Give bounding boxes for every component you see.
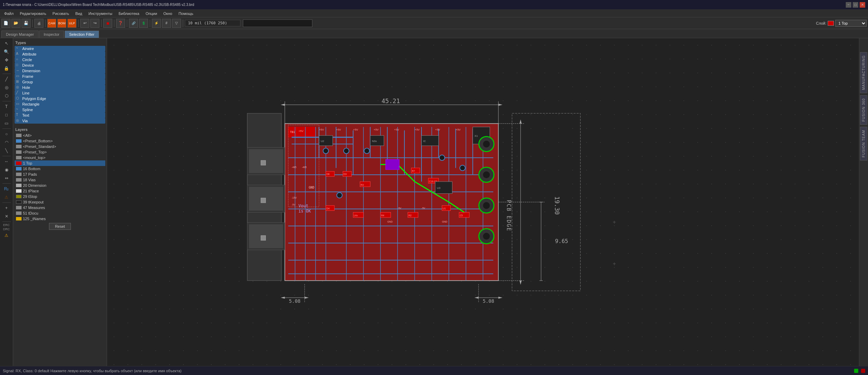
layer-17pads[interactable]: 17 Pads [15, 172, 105, 177]
svg-point-96 [364, 148, 370, 154]
type-spline[interactable]: ~ Spline [15, 107, 105, 112]
arc-tool[interactable]: ◠ [2, 139, 11, 146]
type-rectangle[interactable]: ▭ Rectangle [15, 101, 105, 107]
svg-text:GND: GND [309, 186, 314, 189]
select-tool[interactable]: ↖ [2, 40, 11, 47]
circle-draw-tool[interactable]: ○ [2, 130, 11, 138]
design-link-btn[interactable]: 🔗 [129, 19, 138, 28]
right-tab-fusion-team[interactable]: FUSION TEAM [860, 127, 867, 160]
ulp-button[interactable]: ULP [67, 19, 76, 28]
route-tool[interactable]: ╱ [2, 75, 11, 83]
layer-dropdown[interactable]: 1 Top [835, 20, 867, 27]
menu-edit[interactable]: Редактировать [17, 11, 49, 16]
svg-marker-8 [519, 281, 522, 285]
text-tool[interactable]: T [2, 103, 11, 110]
print-button[interactable]: 🖨 [34, 19, 43, 28]
hole-tool[interactable]: ◉ [2, 166, 11, 174]
dimension-tool[interactable]: ↔ [2, 158, 11, 165]
layer-20dim[interactable]: 20 Dimension [15, 183, 105, 188]
type-hole[interactable]: ◎ Hole [15, 85, 105, 90]
ratsnest-lt[interactable]: R₂ [2, 185, 11, 193]
layer-18vias[interactable]: 18 Vias [15, 177, 105, 183]
bom-button[interactable]: BOM [57, 19, 66, 28]
layer-39tkeeep[interactable]: 39 tKeepout [15, 199, 105, 205]
cam-button[interactable]: CAM [47, 19, 56, 28]
move-tool[interactable]: ✥ [2, 56, 11, 64]
mirror-tool[interactable]: ⇔ [2, 174, 11, 182]
menu-tools[interactable]: Инструменты [86, 11, 115, 16]
type-device[interactable]: □ Device [15, 62, 105, 68]
pcb-quote-btn[interactable]: 💲 [139, 19, 148, 28]
type-frame[interactable]: ▭ Frame [15, 74, 105, 79]
canvas-area[interactable]: + + + + + + + + 45.21 19.30 [107, 38, 859, 366]
type-airwire[interactable]: ~ Airwire [15, 46, 105, 51]
polygon-tool[interactable]: ⬡ [2, 92, 11, 100]
maximize-button[interactable]: □ [853, 2, 858, 8]
grid-btn[interactable]: # [162, 19, 171, 28]
help-button[interactable]: ❓ [116, 19, 125, 28]
menu-file[interactable]: Файл [1, 11, 16, 16]
drc-lt[interactable]: ⚠ [2, 193, 11, 201]
layer-mount-top[interactable]: <mount_top> [15, 155, 105, 160]
smd-tool[interactable]: ▭ [2, 119, 11, 127]
redo-button[interactable]: ↪ [90, 19, 99, 28]
zoom-tool[interactable]: 🔍 [2, 48, 11, 56]
svg-marker-7 [519, 119, 522, 124]
filter-btn[interactable]: ▽ [172, 19, 181, 28]
reset-button[interactable]: Reset [49, 223, 71, 230]
pcb-canvas[interactable]: 45.21 19.30 9.65 5.08 5.08 [107, 38, 859, 366]
tab-inspector[interactable]: Inspector [39, 31, 64, 38]
layer-16bottom[interactable]: 16 Bottom [15, 166, 105, 172]
menu-draw[interactable]: Рисовать [50, 11, 72, 16]
tab-selection-filter[interactable]: Selection Filter [65, 31, 99, 38]
right-tab-fusion360[interactable]: FUSION 360 [860, 95, 867, 125]
ratsnest-btn[interactable]: ⚡ [152, 19, 161, 28]
minimize-button[interactable]: − [846, 2, 851, 8]
type-line[interactable]: ╱ Line [15, 90, 105, 96]
layer-21tplace[interactable]: 21 tPlace [15, 188, 105, 194]
menu-library[interactable]: Библиотека [116, 11, 142, 16]
stop-button[interactable]: ⏹ [103, 19, 112, 28]
new-button[interactable]: 📄 [1, 19, 10, 28]
layer-1top[interactable]: 1 Top [15, 160, 105, 166]
layer-preset-standard[interactable]: <Preset_Standard> [15, 144, 105, 149]
type-text[interactable]: T Text [15, 112, 105, 118]
svg-text:Vout: Vout [298, 203, 308, 208]
layer-47meas[interactable]: 47 Measures [15, 205, 105, 210]
type-polygon-edge[interactable]: ⬡ Polygon Edge [15, 96, 105, 101]
layer-preset-bottom[interactable]: <Preset_Bottom> [15, 138, 105, 144]
type-circle[interactable]: ○ Circle [15, 57, 105, 62]
command-input[interactable] [243, 19, 312, 27]
type-group[interactable]: ⊞ Group [15, 79, 105, 85]
svg-marker-21 [498, 297, 502, 299]
type-dimension[interactable]: ↔ Dimension [15, 68, 105, 74]
add-part[interactable]: + [2, 204, 11, 212]
type-attribute[interactable]: A Attribute [15, 51, 105, 57]
layer-29tstop[interactable]: 29 tStop [15, 194, 105, 199]
ltsep4 [2, 156, 11, 156]
line-tool[interactable]: ╲ [2, 147, 11, 155]
undo-button[interactable]: ↩ [80, 19, 89, 28]
delete-tool[interactable]: ✕ [2, 212, 11, 220]
close-button[interactable]: ✕ [860, 2, 865, 8]
pad-tool[interactable]: □ [2, 111, 11, 119]
via-tool[interactable]: ◎ [2, 84, 11, 91]
menu-window[interactable]: Окно [161, 11, 175, 16]
layer-51tdocu[interactable]: 51 tDocu [15, 210, 105, 216]
tab-design-manager[interactable]: Design Manager [1, 31, 39, 38]
open-button[interactable]: 📂 [11, 19, 21, 28]
menu-help[interactable]: Помощь [176, 11, 196, 16]
save-button[interactable]: 💾 [22, 19, 31, 28]
lock-tool[interactable]: 🔒 [2, 65, 11, 72]
layer-preset-top[interactable]: <Preset_Top> [15, 149, 105, 155]
right-tab-manufacturing[interactable]: MANUFACTURING [860, 52, 867, 93]
type-via[interactable]: ◎ Via [15, 118, 105, 124]
layer-all[interactable]: <All> [15, 133, 105, 138]
svg-point-95 [344, 148, 349, 154]
menu-options[interactable]: Опции [143, 11, 160, 16]
warning-btn[interactable]: ⚠ [2, 232, 11, 239]
svg-text:+5V: +5V [456, 128, 461, 131]
layer-51-dot [16, 211, 22, 215]
layer-125tnames[interactable]: 125 _tNames [15, 216, 105, 222]
menu-view[interactable]: Вид [73, 11, 85, 16]
